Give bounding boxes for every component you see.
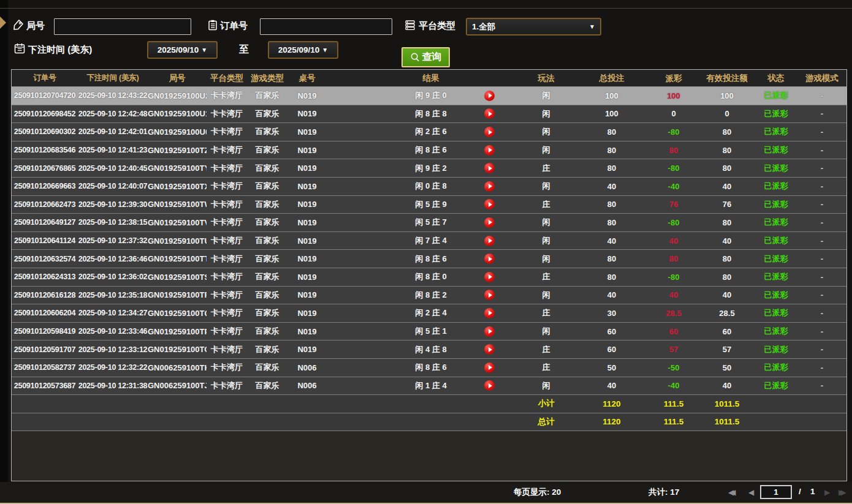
table-cell-game: 百家乐 bbox=[247, 145, 287, 156]
table-row[interactable]: 2509101206062042025-09-10 12:34:27GN0192… bbox=[12, 304, 846, 323]
play-video-icon[interactable] bbox=[484, 108, 495, 119]
table-cell-total: 40 bbox=[576, 290, 648, 299]
table-cell-result: 闲 4 庄 8 bbox=[327, 344, 462, 355]
column-header-mode: 游戏模式 bbox=[797, 73, 846, 84]
table-cell-result: 闲 5 庄 1 bbox=[327, 326, 462, 337]
order-number-input[interactable] bbox=[260, 18, 392, 35]
play-video-icon[interactable] bbox=[484, 344, 495, 355]
table-row[interactable]: 2509101206984522025-09-10 12:42:48GN0192… bbox=[12, 105, 846, 124]
table-cell-time: 2025-09-10 12:41:23 bbox=[78, 146, 148, 154]
subtotal-row-payout: 111.5 bbox=[648, 399, 699, 408]
table-row[interactable]: 2509101206491272025-09-10 12:38:15GN0192… bbox=[12, 214, 846, 232]
search-button[interactable]: 查询 bbox=[401, 47, 450, 67]
table-cell-payout: 28.5 bbox=[648, 309, 699, 318]
table-cell-icon bbox=[462, 363, 517, 373]
play-video-icon[interactable] bbox=[484, 272, 495, 282]
table-row[interactable]: 2509101206325742025-09-10 12:36:46GN0192… bbox=[12, 250, 846, 268]
table-cell-result: 闲 8 庄 2 bbox=[327, 290, 462, 301]
table-cell-game: 百家乐 bbox=[247, 326, 287, 337]
play-video-icon[interactable] bbox=[484, 163, 495, 173]
date-from-select[interactable]: 2025/09/10 ▼ bbox=[147, 41, 218, 59]
table-cell-table: N019 bbox=[287, 273, 327, 282]
total-row-payout: 111.5 bbox=[648, 417, 699, 426]
table-cell-play: 闲 bbox=[517, 126, 576, 137]
table-row[interactable]: 2509101206624732025-09-10 12:39:30GN0192… bbox=[12, 196, 846, 214]
play-video-icon[interactable] bbox=[484, 145, 495, 156]
first-page-icon[interactable]: ◀◀ bbox=[728, 488, 732, 497]
table-cell-mode: - bbox=[797, 182, 846, 191]
table-cell-platform: 卡卡湾厅 bbox=[207, 217, 247, 228]
column-header-platform: 平台类型 bbox=[207, 73, 247, 84]
table-row[interactable]: 2509101205984192025-09-10 12:33:46GN0192… bbox=[12, 323, 846, 341]
platform-type-select[interactable]: 1.全部 ▼ bbox=[466, 18, 601, 36]
table-cell-status: 已派彩 bbox=[755, 108, 797, 119]
play-video-icon[interactable] bbox=[484, 290, 495, 300]
column-header-total: 总投注 bbox=[576, 73, 648, 84]
column-header-order: 订单号 bbox=[12, 73, 78, 83]
table-cell-total: 80 bbox=[576, 200, 648, 209]
table-cell-game: 百家乐 bbox=[247, 380, 287, 391]
table-cell-time: 2025-09-10 12:35:18 bbox=[78, 291, 148, 299]
platform-stack-icon bbox=[404, 19, 416, 31]
table-cell-platform: 卡卡湾厅 bbox=[207, 199, 247, 210]
table-row[interactable]: 2509101206903022025-09-10 12:42:01GN0192… bbox=[12, 123, 846, 141]
table-cell-status: 已派彩 bbox=[755, 362, 797, 373]
prev-page-icon[interactable]: ◀ bbox=[748, 488, 750, 497]
table-row[interactable]: 2509101206243132025-09-10 12:36:02GN0192… bbox=[12, 268, 846, 287]
table-cell-time: 2025-09-10 12:42:48 bbox=[78, 110, 148, 118]
table-row[interactable]: 2509101205827372025-09-10 12:32:22GN0062… bbox=[12, 359, 846, 377]
table-cell-time: 2025-09-10 12:36:02 bbox=[78, 273, 148, 281]
table-cell-status: 已派彩 bbox=[755, 90, 797, 101]
table-cell-valid: 76 bbox=[699, 200, 755, 209]
table-row[interactable]: 2509101206835462025-09-10 12:41:23GN0192… bbox=[12, 141, 846, 160]
table-cell-play: 庄 bbox=[517, 362, 576, 373]
table-row[interactable]: 2509101207047202025-09-10 12:43:22GN0192… bbox=[12, 87, 846, 105]
play-video-icon[interactable] bbox=[484, 254, 495, 264]
table-cell-result: 闲 1 庄 4 bbox=[327, 380, 462, 391]
play-video-icon[interactable] bbox=[484, 308, 495, 318]
table-cell-time: 2025-09-10 12:31:38 bbox=[78, 382, 148, 390]
play-video-icon[interactable] bbox=[484, 91, 495, 101]
table-cell-mode: - bbox=[797, 127, 846, 137]
play-video-icon[interactable] bbox=[484, 326, 495, 337]
table-cell-status: 已派彩 bbox=[755, 181, 797, 192]
table-cell-mode: - bbox=[797, 363, 846, 372]
play-video-icon[interactable] bbox=[484, 236, 495, 246]
play-video-icon[interactable] bbox=[484, 363, 495, 373]
column-header-table: 桌号 bbox=[287, 73, 327, 84]
table-row[interactable]: 2509101205736872025-09-10 12:31:38GN0062… bbox=[12, 377, 846, 396]
subtotal-row-label: 小计 bbox=[517, 398, 576, 409]
page-number-input[interactable] bbox=[760, 485, 792, 499]
table-cell-table: N019 bbox=[287, 290, 327, 299]
table-empty-area bbox=[12, 431, 846, 481]
table-row[interactable]: 2509101206161282025-09-10 12:35:18GN0192… bbox=[12, 287, 846, 305]
table-cell-game: 百家乐 bbox=[247, 217, 287, 228]
date-to-select[interactable]: 2025/09/10 ▼ bbox=[268, 41, 338, 59]
table-cell-time: 2025-09-10 12:40:45 bbox=[78, 164, 148, 173]
play-video-icon[interactable] bbox=[484, 181, 495, 192]
table-cell-platform: 卡卡湾厅 bbox=[207, 362, 247, 373]
table-cell-order: 250910120606204 bbox=[12, 309, 78, 317]
table-cell-result: 闲 7 庄 4 bbox=[327, 235, 462, 246]
next-page-icon[interactable]: ▶ bbox=[824, 488, 826, 497]
table-cell-game: 百家乐 bbox=[247, 362, 287, 373]
table-cell-round: GN019259100TT bbox=[148, 254, 207, 263]
table-cell-play: 闲 bbox=[517, 90, 576, 101]
table-row[interactable]: 2509101206768652025-09-10 12:40:45GN0192… bbox=[12, 159, 846, 178]
play-video-icon[interactable] bbox=[484, 217, 495, 228]
table-cell-mode: - bbox=[797, 218, 846, 227]
table-cell-platform: 卡卡湾厅 bbox=[207, 163, 247, 174]
play-video-icon[interactable] bbox=[484, 380, 495, 391]
table-row[interactable]: 2509101205917072025-09-10 12:33:12GN0192… bbox=[12, 340, 846, 359]
round-number-input[interactable] bbox=[54, 18, 191, 35]
last-page-icon[interactable]: ▶▶ bbox=[839, 488, 842, 497]
table-row[interactable]: 2509101206411242025-09-10 12:37:32GN0192… bbox=[12, 232, 846, 250]
play-video-icon[interactable] bbox=[484, 127, 495, 137]
table-row[interactable]: 2509101206696632025-09-10 12:40:07GN0192… bbox=[12, 178, 846, 196]
table-cell-play: 闲 bbox=[517, 181, 576, 192]
table-cell-order: 250910120704720 bbox=[12, 91, 78, 100]
table-cell-payout: 0 bbox=[648, 109, 699, 118]
table-cell-payout: -80 bbox=[648, 218, 699, 227]
play-video-icon[interactable] bbox=[484, 199, 495, 209]
table-cell-result: 闲 0 庄 8 bbox=[327, 181, 462, 192]
